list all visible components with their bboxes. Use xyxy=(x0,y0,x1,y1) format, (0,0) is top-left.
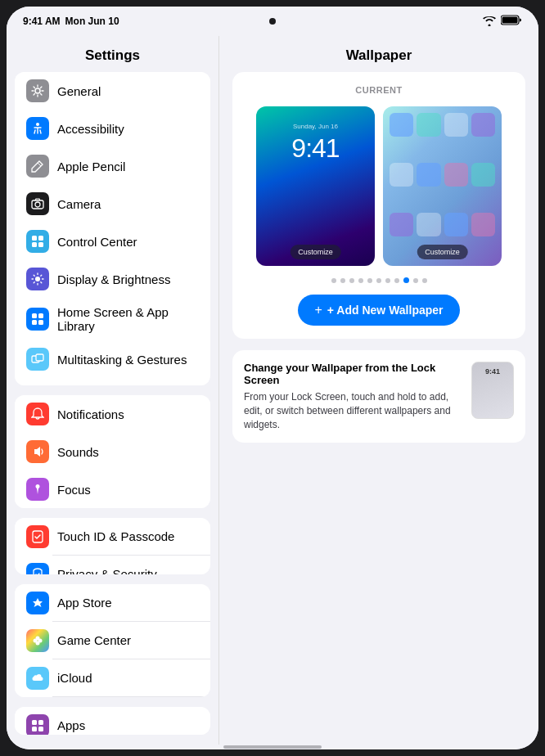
main-content: Settings General Accessibility xyxy=(7,36,538,745)
wp-time: 9:41 xyxy=(291,133,339,164)
wifi-icon xyxy=(483,16,496,26)
plus-icon: + xyxy=(314,303,322,317)
sounds-icon xyxy=(26,440,49,463)
notifications-label: Notifications xyxy=(57,407,124,421)
sidebar-item-sounds[interactable]: Sounds xyxy=(15,433,210,470)
svg-point-23 xyxy=(36,636,40,640)
app-icon-8 xyxy=(471,163,495,187)
status-bar-left: 9:41 AM Mon Jun 10 xyxy=(23,16,119,27)
privacy-label: Privacy & Security xyxy=(57,567,157,574)
current-label: CURRENT xyxy=(245,85,512,95)
dot-9 xyxy=(403,277,409,283)
app-icon-5 xyxy=(390,163,413,187)
sidebar-item-icloud[interactable]: iCloud xyxy=(15,659,210,697)
app-icon-10 xyxy=(417,213,440,236)
dot-3 xyxy=(349,278,354,283)
app-store-icon xyxy=(26,592,49,614)
svg-rect-28 xyxy=(38,720,43,725)
lockscreen-preview[interactable]: Sunday, Jun 16 9:41 Customize xyxy=(256,106,375,266)
apps-icon xyxy=(26,714,49,735)
dot-7 xyxy=(385,278,390,283)
dot-11 xyxy=(422,278,427,283)
sidebar-group-5: Apps xyxy=(15,707,210,735)
svg-rect-13 xyxy=(32,320,37,325)
battery-display xyxy=(501,15,522,28)
svg-rect-7 xyxy=(38,236,43,241)
wallpaper-previews: Sunday, Jun 16 9:41 Customize xyxy=(245,106,512,266)
time-display: 9:41 AM xyxy=(23,16,61,27)
sidebar-item-app-store[interactable]: App Store xyxy=(15,584,210,622)
display-label: Display & Brightness xyxy=(57,272,170,286)
wp-date: Sunday, Jun 16 xyxy=(293,123,338,130)
apple-pencil-label: Apple Pencil xyxy=(57,160,125,173)
app-store-label: App Store xyxy=(57,596,112,610)
touch-id-label: Touch ID & Passcode xyxy=(57,529,174,543)
sidebar-item-focus[interactable]: Focus xyxy=(15,470,210,508)
lockscreen-bg: Sunday, Jun 16 9:41 xyxy=(256,106,375,266)
sidebar-item-control-center[interactable]: Control Center xyxy=(15,223,210,260)
app-icon-12 xyxy=(471,213,495,236)
apple-pencil-icon xyxy=(26,155,49,178)
top-notch xyxy=(269,18,276,25)
homescreen-preview[interactable]: Customize xyxy=(383,106,502,266)
sidebar-item-apple-pencil[interactable]: Apple Pencil xyxy=(15,147,210,185)
apps-label: Apps xyxy=(57,718,85,732)
app-icon-3 xyxy=(444,113,468,137)
lockscreen-customize-btn[interactable]: Customize xyxy=(290,245,341,259)
sidebar-item-notifications[interactable]: Notifications xyxy=(15,395,210,433)
svg-point-24 xyxy=(36,641,40,645)
tip-preview-image: 9:41 xyxy=(471,362,514,419)
sidebar-item-multitasking[interactable]: Multitasking & Gestures xyxy=(15,340,210,378)
focus-icon xyxy=(26,478,49,501)
sidebar-item-apps[interactable]: Apps xyxy=(15,707,210,735)
svg-rect-29 xyxy=(32,727,37,731)
svg-rect-14 xyxy=(38,320,43,325)
svg-rect-9 xyxy=(38,242,43,247)
sidebar-item-general[interactable]: General xyxy=(15,72,210,110)
homescreen-customize-btn[interactable]: Customize xyxy=(417,245,468,259)
date-display: Mon Jun 10 xyxy=(65,16,119,27)
app-icon-4 xyxy=(471,113,495,137)
home-indicator xyxy=(223,745,322,749)
sidebar-item-home-screen[interactable]: Home Screen & App Library xyxy=(15,298,210,340)
homescreen-bg xyxy=(383,106,502,266)
accessibility-icon xyxy=(26,117,49,140)
dots-row xyxy=(245,277,512,283)
game-center-label: Game Center xyxy=(57,633,131,647)
sidebar-item-display[interactable]: Display & Brightness xyxy=(15,260,210,298)
ipad-frame: 9:41 AM Mon Jun 10 Settings xyxy=(7,7,538,749)
svg-rect-6 xyxy=(32,236,37,241)
control-center-icon xyxy=(26,230,49,253)
control-center-label: Control Center xyxy=(57,235,137,249)
svg-point-2 xyxy=(35,88,40,93)
svg-rect-11 xyxy=(32,313,37,318)
dot-8 xyxy=(394,278,399,283)
dot-6 xyxy=(376,278,381,283)
sidebar-item-game-center[interactable]: Game Center xyxy=(15,622,210,659)
sidebar-item-touch-id[interactable]: Touch ID & Passcode xyxy=(15,518,210,556)
camera-label: Camera xyxy=(57,197,101,211)
sidebar-item-accessibility[interactable]: Accessibility xyxy=(15,110,210,147)
game-center-icon xyxy=(26,629,49,652)
sidebar-item-privacy[interactable]: Privacy & Security xyxy=(15,556,210,574)
sidebar-group-3: Touch ID & Passcode Privacy & Security xyxy=(15,518,210,574)
svg-point-3 xyxy=(36,123,39,126)
dot-5 xyxy=(367,278,372,283)
sidebar: Settings General Accessibility xyxy=(7,36,219,745)
sidebar-item-camera[interactable]: Camera xyxy=(15,185,210,223)
add-wallpaper-button[interactable]: + + Add New Wallpaper xyxy=(298,295,459,326)
wallpaper-content: CURRENT Sunday, Jun 16 9:41 Customize xyxy=(219,72,538,745)
general-icon xyxy=(26,79,49,102)
sidebar-group-2: Notifications Sounds Focus xyxy=(15,395,210,508)
bottom-bar xyxy=(7,745,538,749)
app-icon-6 xyxy=(417,163,440,187)
privacy-icon xyxy=(26,563,49,574)
tip-card: Change your Wallpaper from the Lock Scre… xyxy=(232,350,525,443)
dot-10 xyxy=(413,278,418,283)
svg-rect-16 xyxy=(36,354,43,361)
sidebar-item-search[interactable]: Search xyxy=(15,378,210,385)
app-grid xyxy=(390,113,495,259)
tip-description: From your Lock Screen, touch and hold to… xyxy=(244,390,462,431)
tip-title: Change your Wallpaper from the Lock Scre… xyxy=(244,362,462,386)
home-screen-label: Home Screen & App Library xyxy=(57,305,199,333)
